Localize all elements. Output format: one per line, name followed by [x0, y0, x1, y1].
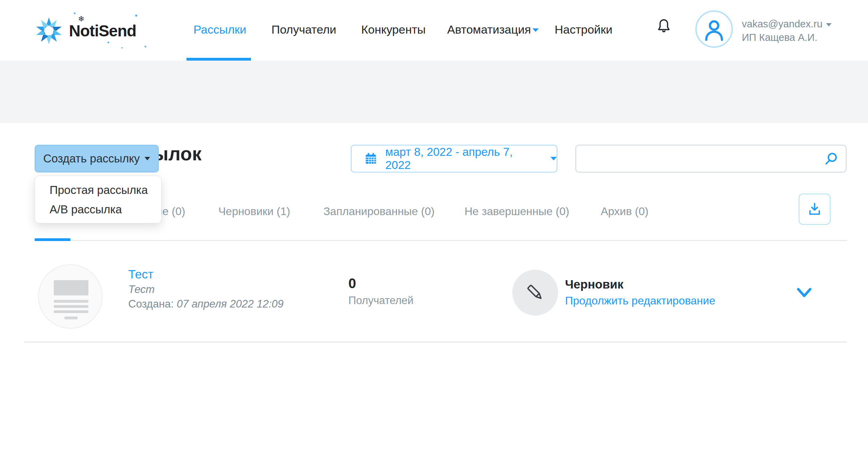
- recipients-label: Получателей: [348, 294, 414, 307]
- nav-item-recipients[interactable]: Получатели: [271, 23, 336, 36]
- menu-item-ab-mailing[interactable]: A/B рассылка: [35, 200, 161, 219]
- mailing-name-link[interactable]: Тест: [128, 267, 153, 281]
- user-avatar[interactable]: [695, 10, 733, 48]
- download-icon: [807, 201, 823, 217]
- create-mailing-dropdown: Простая рассылка A/B рассылка: [35, 176, 162, 223]
- tab-unfinished[interactable]: Не завершенные (0): [465, 205, 569, 218]
- calendar-icon: [364, 152, 378, 166]
- account-company: ИП Кащева А.И.: [742, 31, 856, 44]
- notisend-app: NotiSend ❄ Рассылки Получатели Конкурент…: [0, 0, 868, 453]
- tabs-bottom-border: [35, 240, 847, 241]
- search-input[interactable]: [575, 145, 847, 172]
- status-icon-circle: [512, 270, 558, 316]
- snowflake-decoration-icon: ❄: [78, 15, 84, 24]
- active-tab-underline: [35, 238, 70, 241]
- top-header: NotiSend ❄ Рассылки Получатели Конкурент…: [0, 0, 868, 61]
- menu-item-simple-mailing[interactable]: Простая рассылка: [35, 180, 161, 200]
- nav-item-mailings[interactable]: Рассылки: [193, 23, 246, 36]
- search-icon[interactable]: [823, 151, 839, 167]
- created-label: Создана:: [128, 298, 174, 310]
- row-divider: [24, 341, 847, 343]
- tab-scheduled[interactable]: Запланированные (0): [323, 205, 435, 218]
- account-email: vakas@yandex.ru: [742, 18, 823, 29]
- create-mailing-button[interactable]: Создать рассылку: [35, 145, 159, 172]
- nav-item-settings[interactable]: Настройки: [555, 23, 613, 36]
- row-chevron-down-icon[interactable]: [795, 285, 813, 301]
- mailing-thumbnail: [38, 264, 103, 329]
- brand-name: NotiSend: [69, 21, 136, 40]
- create-mailing-label: Создать рассылку: [43, 152, 140, 165]
- create-caret-down-icon: [145, 157, 150, 160]
- nav-item-automation[interactable]: Автоматизация: [447, 23, 531, 36]
- mailing-subject: Тест: [128, 283, 155, 296]
- tab-drafts[interactable]: Черновики (1): [218, 205, 290, 218]
- page-title-band: Список рассылок Главная: [0, 61, 868, 123]
- continue-editing-link[interactable]: Продолжить редактирование: [565, 294, 715, 307]
- export-download-button[interactable]: [799, 194, 831, 225]
- document-thumbnail-icon: [54, 280, 88, 319]
- person-icon: [700, 15, 728, 44]
- recipients-count: 0: [348, 276, 356, 291]
- date-caret-down-icon: [550, 157, 557, 160]
- automation-caret-down-icon: [532, 28, 539, 32]
- paper-plane-pinwheel-icon: [33, 15, 65, 47]
- account-caret-down-icon: [826, 23, 832, 26]
- date-range-value: март 8, 2022 - апрель 7, 2022: [385, 145, 539, 172]
- pencil-icon: [524, 282, 546, 303]
- account-menu[interactable]: vakas@yandex.ru ИП Кащева А.И.: [742, 17, 856, 44]
- nav-item-competitors[interactable]: Конкуренты: [361, 23, 426, 36]
- tab-archive[interactable]: Архив (0): [601, 205, 649, 218]
- active-nav-underline: [186, 58, 251, 61]
- notisend-logo[interactable]: NotiSend ❄: [33, 14, 147, 48]
- date-range-picker[interactable]: март 8, 2022 - апрель 7, 2022: [351, 145, 557, 172]
- mailing-created: Создана: 07 апреля 2022 12:09: [128, 298, 284, 310]
- notifications-bell-icon[interactable]: [654, 17, 673, 37]
- search-box: [575, 145, 847, 172]
- created-date: 07 апреля 2022 12:09: [177, 298, 284, 310]
- mailing-status-badge: Черновик: [565, 277, 624, 291]
